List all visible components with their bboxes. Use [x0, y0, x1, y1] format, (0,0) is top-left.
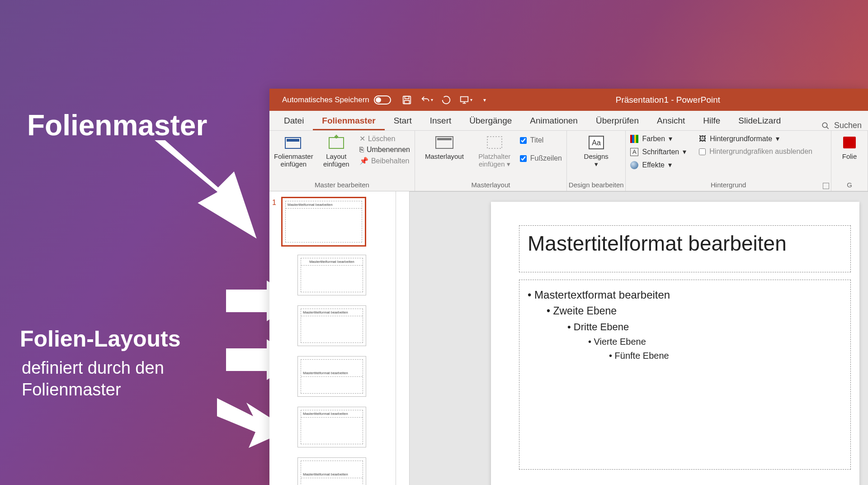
search-box[interactable]: Suchen: [821, 121, 862, 130]
body-level-4: Vierte Ebene: [528, 335, 842, 349]
slide-canvas[interactable]: Mastertitelformat bearbeiten Mastertextf…: [410, 192, 868, 485]
checkbox-hide-bg[interactable]: Hintergrundgrafiken ausblenden: [699, 147, 812, 156]
designs-icon: Aa: [586, 133, 606, 152]
present-icon[interactable]: ▾: [459, 95, 472, 105]
tab-animationen[interactable]: Animationen: [521, 111, 587, 130]
preserve-button[interactable]: 📌Beibehalten: [359, 157, 410, 165]
group-label-design-edit: Design bearbeiten: [567, 180, 625, 191]
effects-dropdown[interactable]: Effekte▾: [630, 161, 686, 169]
svg-rect-7: [461, 96, 468, 101]
search-label: Suchen: [834, 121, 862, 130]
ribbon-tabs: Datei Folienmaster Start Insert Übergäng…: [269, 111, 868, 131]
slide-thumbnails-panel[interactable]: 1 Mastertitelformat bearbeiten Mastertit…: [269, 191, 396, 485]
close-icon: [840, 133, 859, 152]
master-slide[interactable]: Mastertitelformat bearbeiten Mastertextf…: [491, 202, 859, 485]
chevron-down-icon: ▾: [776, 134, 779, 143]
designs-button[interactable]: Aa Designs▾: [575, 133, 618, 168]
tab-ueberpruefen[interactable]: Überprüfen: [587, 111, 648, 130]
body-level-1: Mastertextformat bearbeiten: [528, 286, 842, 303]
fonts-dropdown[interactable]: ASchriftarten▾: [630, 147, 686, 156]
dialog-launcher-icon[interactable]: [823, 183, 829, 189]
group-label-master-layout: Masterlayout: [415, 180, 566, 191]
autosave-toggle[interactable]: Automatisches Speichern: [282, 95, 394, 105]
svg-text:Aa: Aa: [592, 139, 601, 147]
bg-formats-icon: 🖼: [699, 135, 706, 143]
search-icon: [821, 122, 830, 130]
redo-icon[interactable]: [441, 95, 451, 105]
rename-icon: ⎘: [359, 146, 364, 154]
arrow-master-icon: [136, 140, 280, 249]
master-thumbnail[interactable]: Mastertitelformat bearbeiten: [281, 197, 366, 247]
tab-start[interactable]: Start: [385, 111, 421, 130]
svg-rect-6: [404, 100, 409, 103]
title-bar: Automatisches Speichern ▾ ▾ ▾ Präsentati…: [269, 89, 868, 111]
tab-ansicht[interactable]: Ansicht: [648, 111, 694, 130]
svg-rect-19: [843, 137, 856, 148]
delete-icon: ✕: [359, 134, 365, 143]
group-label-close: G: [831, 180, 868, 191]
insert-master-button[interactable]: Folienmaster einfügen: [274, 133, 313, 168]
layout-thumbnail-4[interactable]: Mastertitelformat bearbeiten: [297, 407, 366, 447]
tab-folienmaster[interactable]: Folienmaster: [313, 111, 384, 130]
qat-more-icon[interactable]: ▾: [481, 97, 486, 103]
rename-button[interactable]: ⎘Umbenennen: [359, 146, 410, 154]
annotation-master-title: Folienmaster: [27, 109, 207, 142]
save-icon[interactable]: [402, 95, 412, 105]
svg-marker-0: [136, 140, 269, 238]
chevron-down-icon: ▾: [683, 147, 686, 156]
insert-layout-button[interactable]: Layout einfügen: [317, 133, 356, 168]
tab-slidelizard[interactable]: SlideLizard: [729, 111, 790, 130]
toggle-icon: [374, 95, 391, 105]
masterlayout-button[interactable]: Masterlayout: [420, 133, 469, 160]
svg-rect-15: [437, 138, 452, 140]
pin-icon: 📌: [359, 157, 368, 165]
chevron-down-icon: ▾: [507, 160, 510, 168]
masterlayout-icon: [434, 133, 454, 152]
delete-button[interactable]: ✕Löschen: [359, 134, 410, 143]
placeholder-icon: [485, 133, 505, 152]
effects-icon: [630, 161, 638, 169]
svg-rect-16: [487, 137, 502, 148]
svg-point-8: [822, 123, 827, 128]
chevron-down-icon: ▾: [594, 160, 598, 168]
ribbon-group-background: Farben▾ ASchriftarten▾ Effekte▾ 🖼Hinterg…: [626, 131, 831, 191]
insert-placeholder-button[interactable]: Platzhalter einfügen ▾: [473, 133, 516, 168]
undo-icon[interactable]: ▾: [420, 95, 433, 105]
autosave-label: Automatisches Speichern: [282, 95, 369, 105]
tab-insert[interactable]: Insert: [421, 111, 461, 130]
chevron-down-icon: ▾: [669, 134, 672, 143]
svg-rect-10: [287, 139, 299, 142]
tab-hilfe[interactable]: Hilfe: [694, 111, 729, 130]
layout-thumbnail-1[interactable]: Mastertitelformat bearbeiten: [297, 255, 366, 295]
body-level-3: Dritte Ebene: [528, 319, 842, 335]
body-level-2: Zweite Ebene: [528, 303, 842, 319]
svg-rect-11: [329, 138, 344, 148]
tab-uebergaenge[interactable]: Übergänge: [460, 111, 521, 130]
checkbox-footers[interactable]: Fußzeilen: [520, 154, 562, 162]
body-placeholder[interactable]: Mastertextformat bearbeiten Zweite Ebene…: [519, 280, 851, 470]
insert-layout-icon: [326, 133, 346, 152]
powerpoint-window: Automatisches Speichern ▾ ▾ ▾ Präsentati…: [269, 89, 868, 485]
fonts-icon: A: [630, 148, 638, 156]
annotation-layouts-title: Folien-Layouts: [20, 326, 181, 352]
master-number: 1: [272, 199, 276, 207]
ribbon-group-close: Folie G: [831, 131, 868, 191]
chevron-down-icon: ▾: [668, 161, 672, 169]
ribbon-group-master-layout: Masterlayout Platzhalter einfügen ▾ Tite…: [415, 131, 567, 191]
layout-thumbnail-2[interactable]: Mastertitelformat bearbeiten: [297, 305, 366, 346]
close-master-button[interactable]: Folie: [836, 133, 863, 160]
group-label-background: Hintergrund: [626, 180, 831, 191]
colors-dropdown[interactable]: Farben▾: [630, 134, 686, 143]
title-placeholder[interactable]: Mastertitelformat bearbeiten: [519, 225, 851, 272]
checkbox-title[interactable]: Titel: [520, 136, 562, 144]
layout-thumbnail-3[interactable]: Mastertitelformat bearbeiten: [297, 356, 366, 397]
body-level-5: Fünfte Ebene: [528, 349, 842, 363]
ribbon-group-design-edit: Aa Designs▾ Design bearbeiten: [567, 131, 626, 191]
insert-master-icon: [283, 133, 303, 152]
bg-formats-dropdown[interactable]: 🖼Hintergrundformate▾: [699, 134, 812, 143]
ribbon: Folienmaster einfügen Layout einfügen ✕L…: [269, 131, 868, 191]
tab-datei[interactable]: Datei: [275, 111, 313, 130]
layout-thumbnail-5[interactable]: Mastertitelformat bearbeiten: [297, 457, 366, 485]
colors-icon: [630, 135, 638, 143]
group-label-master-edit: Master bearbeiten: [269, 180, 415, 191]
